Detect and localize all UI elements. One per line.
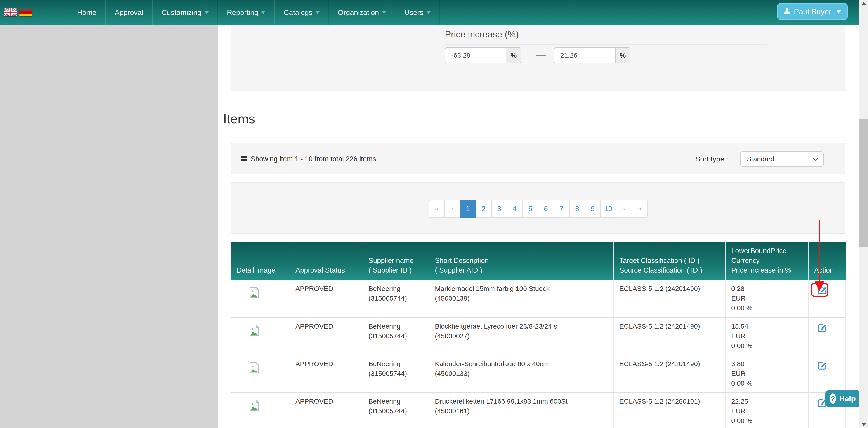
divider (223, 133, 852, 133)
approval-status-cell: APPROVED (290, 392, 363, 428)
pagination-last[interactable]: » (631, 200, 648, 218)
nav-item-label: Approval (115, 8, 143, 17)
broken-image-icon (249, 325, 259, 336)
language-switcher (4, 8, 32, 17)
table-header-row: Detail image Approval Status Supplier na… (231, 242, 846, 280)
nav-item-users[interactable]: Users (395, 0, 440, 25)
help-button[interactable]: ? Help (825, 390, 860, 407)
pagination-page-2[interactable]: 2 (475, 200, 492, 218)
detail-image-cell (231, 392, 290, 428)
nav-item-approval[interactable]: Approval (105, 0, 152, 25)
col-header-detail-image: Detail image (231, 242, 290, 280)
user-icon (783, 7, 791, 16)
action-cell (809, 317, 846, 355)
col-header-classification: Target Classification ( ID )Source Class… (614, 242, 725, 280)
detail-image-cell (231, 280, 290, 317)
pagination-page-3[interactable]: 3 (491, 200, 507, 218)
nav-item-organization[interactable]: Organization (329, 0, 395, 25)
nav-item-catalogs[interactable]: Catalogs (274, 0, 329, 25)
approval-status-cell: APPROVED (290, 317, 363, 355)
edit-button[interactable] (817, 361, 827, 371)
detail-image-cell (231, 317, 290, 355)
description-cell: Druckeretiketten L7166 99.1x93.1mm 600St… (429, 392, 614, 428)
scrollbar-thumb[interactable] (860, 119, 868, 246)
main-menu: Home Approval Customizing Reporting Cata… (68, 0, 440, 25)
nav-item-label: Home (77, 8, 96, 17)
supplier-cell: BeNeering(315005744) (363, 392, 429, 428)
edit-icon (817, 323, 827, 333)
pagination-page-5[interactable]: 5 (522, 200, 538, 218)
supplier-cell: BeNeering(315005744) (363, 280, 429, 317)
col-header-action: Action (809, 242, 846, 280)
table-row: APPROVED BeNeering(315005744) Druckereti… (231, 392, 846, 428)
edit-button[interactable] (817, 323, 827, 333)
detail-image-cell (231, 355, 290, 392)
vertical-scrollbar (860, 0, 868, 428)
percent-addon: % (615, 47, 630, 63)
supplier-cell: BeNeering(315005744) (363, 355, 429, 392)
uk-flag-icon[interactable] (4, 8, 17, 17)
table-row: APPROVED BeNeering(315005744) Markiernad… (231, 280, 846, 317)
nav-item-label: Reporting (227, 8, 258, 17)
price-increase-label: Price increase (%) (445, 29, 519, 39)
annotation-highlight-box (811, 283, 828, 297)
supplier-cell: BeNeering(315005744) (363, 317, 429, 355)
classification-cell: ECLASS-5.1.2 (24280101) (614, 392, 725, 428)
user-name-label: Paul Buyer (794, 7, 831, 16)
percent-addon: % (506, 47, 521, 63)
de-flag-icon[interactable] (20, 8, 32, 17)
price-increase-max-input[interactable] (554, 47, 615, 63)
screen: Home Approval Customizing Reporting Cata… (0, 0, 868, 428)
caret-down-icon (382, 11, 386, 14)
broken-image-icon (249, 399, 259, 411)
nav-item-reporting[interactable]: Reporting (218, 0, 275, 25)
page-title: Items (223, 111, 255, 126)
results-summary-panel: Showing item 1 - 10 from total 226 items… (231, 143, 845, 174)
price-increase-min-group: % (445, 47, 521, 63)
col-header-approval-status: Approval Status (290, 242, 363, 280)
chevron-down-icon (813, 156, 818, 161)
nav-item-label: Catalogs (284, 8, 312, 17)
nav-item-label: Organization (338, 8, 379, 17)
approval-status-cell: APPROVED (290, 280, 363, 317)
pagination-page-1[interactable]: 1 (460, 200, 476, 218)
caret-down-icon (315, 11, 320, 14)
results-summary: Showing item 1 - 10 from total 226 items (241, 143, 376, 175)
table-row: APPROVED BeNeering(315005744) Blockheftg… (231, 317, 846, 355)
nav-item-customizing[interactable]: Customizing (152, 0, 218, 25)
price-cell: 3.80EUR0.00 % (725, 355, 809, 392)
pagination-next[interactable]: › (616, 200, 632, 218)
pagination-prev[interactable]: ‹ (444, 200, 460, 218)
scroll-down-icon[interactable] (861, 423, 866, 426)
caret-down-icon (427, 11, 431, 14)
caret-down-icon (836, 10, 841, 13)
price-increase-filter-panel: Price increase (%) % — % (231, 24, 845, 90)
description-cell: Kalender-Schreibunterlage 60 x 40cm(4500… (429, 355, 614, 392)
pagination-page-8[interactable]: 8 (569, 200, 585, 218)
nav-item-home[interactable]: Home (68, 0, 105, 25)
col-header-description: Short Description( Supplier AID ) (429, 242, 614, 280)
grid-icon (241, 155, 248, 163)
caret-down-icon (261, 11, 266, 14)
table-row: APPROVED BeNeering(315005744) Kalender-S… (231, 355, 846, 392)
col-header-price: LowerBoundPriceCurrencyPrice increase in… (725, 242, 809, 280)
pagination-page-4[interactable]: 4 (507, 200, 523, 218)
nav-item-label: Customizing (162, 8, 202, 17)
pagination-page-7[interactable]: 7 (554, 200, 569, 218)
price-cell: 0.28EUR0.00 % (725, 280, 809, 317)
pagination: « ‹ 1 2 3 4 5 6 7 8 9 10 › » (429, 200, 648, 218)
pagination-panel: « ‹ 1 2 3 4 5 6 7 8 9 10 › » (231, 183, 845, 234)
pagination-page-10[interactable]: 10 (600, 200, 616, 218)
classification-cell: ECLASS-5.1.2 (24201490) (614, 355, 725, 392)
pagination-first[interactable]: « (429, 200, 445, 218)
pagination-page-6[interactable]: 6 (538, 200, 554, 218)
scroll-up-icon[interactable] (861, 2, 866, 5)
broken-image-icon (249, 287, 259, 298)
sort-control: Sort type : Standard (695, 143, 824, 175)
user-menu-button[interactable]: Paul Buyer (777, 3, 848, 20)
pagination-page-9[interactable]: 9 (585, 200, 601, 218)
price-increase-max-group: % (554, 47, 630, 63)
price-increase-min-input[interactable] (445, 47, 506, 63)
price-cell: 22.25EUR0.00 % (725, 392, 809, 428)
sort-type-select[interactable]: Standard (740, 151, 824, 167)
